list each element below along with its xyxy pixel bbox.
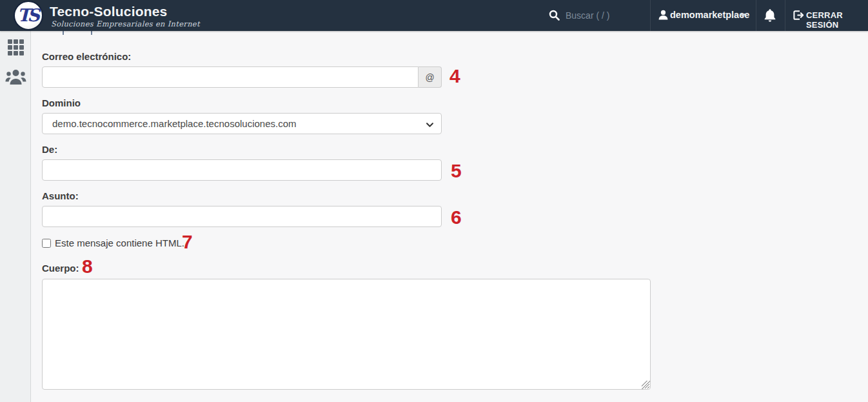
username[interactable]: demomarketplace <box>670 10 749 20</box>
top-navbar: TS Tecno-Soluciones Soluciones Empresari… <box>0 0 868 31</box>
html-checkbox-label: Este mensaje contiene HTML. <box>55 237 184 248</box>
bell-icon[interactable] <box>764 8 776 25</box>
domain-select-value: demo.tecnocommerce.marketplace.tecnosolu… <box>52 118 297 129</box>
logout-icon <box>793 10 804 23</box>
html-checkbox[interactable] <box>42 239 51 248</box>
from-input[interactable] <box>42 159 442 181</box>
subject-input[interactable] <box>42 206 442 227</box>
navbar-divider <box>785 0 785 31</box>
body-label: Cuerpo: <box>42 263 79 274</box>
brand-tagline: Soluciones Empresariales en Internet <box>51 19 200 28</box>
body-textarea[interactable] <box>42 279 651 390</box>
html-checkbox-row: Este mensaje contiene HTML. <box>42 237 184 248</box>
annotation-5: 5 <box>451 161 462 181</box>
app-screen: TS Tecno-Soluciones Soluciones Empresari… <box>0 0 868 402</box>
chevron-down-icon <box>426 120 434 131</box>
caret-down-icon[interactable] <box>740 14 746 17</box>
brand-logo[interactable]: TS <box>14 1 43 30</box>
annotation-7: 7 <box>182 232 193 252</box>
sidebar-item-users[interactable] <box>5 68 26 88</box>
sidebar-item-modules[interactable] <box>8 39 24 55</box>
user-icon <box>658 10 668 23</box>
from-label: De: <box>42 144 57 155</box>
email-input[interactable] <box>42 66 419 88</box>
clipped-text-artifact <box>63 30 64 35</box>
email-input-group: @ <box>42 66 442 88</box>
logout-button[interactable]: CERRAR SESIÓN <box>806 10 868 30</box>
brand-title: Tecno-Soluciones <box>50 4 168 19</box>
main-content: Correo electrónico: @ 4 Dominio demo.tec… <box>31 31 868 402</box>
annotation-6: 6 <box>451 208 462 227</box>
left-sidebar <box>0 31 31 402</box>
email-addon-button[interactable]: @ <box>419 66 442 88</box>
navbar-divider <box>756 0 756 31</box>
search-input[interactable] <box>566 8 646 23</box>
clipped-text-artifact <box>91 30 92 35</box>
subject-label: Asunto: <box>42 190 79 201</box>
annotation-8: 8 <box>82 257 93 276</box>
navbar-divider <box>650 0 651 31</box>
email-label: Correo electrónico: <box>42 51 131 62</box>
search-icon <box>549 10 560 23</box>
annotation-4: 4 <box>449 66 460 86</box>
domain-select[interactable]: demo.tecnocommerce.marketplace.tecnosolu… <box>42 113 442 134</box>
domain-label: Dominio <box>42 97 81 108</box>
brand-initials: TS <box>17 5 37 25</box>
